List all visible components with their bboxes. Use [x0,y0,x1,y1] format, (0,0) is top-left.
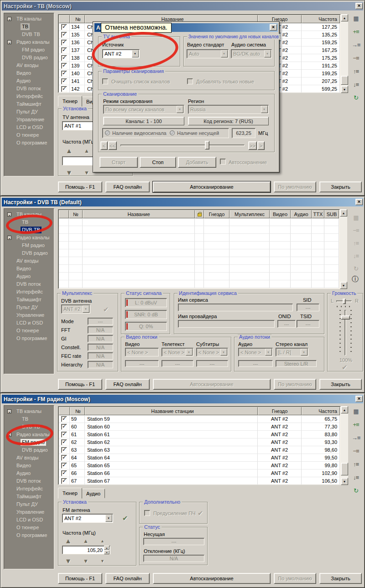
move-down-icon[interactable]: ↓≡ [353,474,359,483]
sidebar-item-audio[interactable]: Аудио [4,273,54,280]
table-row[interactable]: 59Station 59ANT #265,75 [59,415,340,423]
sidebar-item-dvb-stream[interactable]: DVB поток [4,85,54,93]
sidebar-item-timeshift[interactable]: Таймшифт [4,296,54,304]
stop-button[interactable]: Стоп [140,157,176,168]
channel-checkbox[interactable] [61,40,67,46]
sidebar-item-video[interactable]: Видео [4,265,54,273]
channel-checkbox[interactable] [61,55,67,61]
collapse-icon[interactable] [7,409,11,413]
sidebar-item-timeshift[interactable]: Таймшифт [4,493,54,500]
move-down-icon[interactable]: ↓≡ [353,81,359,90]
header-frequency[interactable]: Частота [302,407,340,415]
sidebar-item-dvb-radio[interactable]: DVB радио [4,249,54,257]
header-ttx[interactable]: TTX [312,210,324,218]
header-check[interactable] [59,15,70,23]
table-row[interactable]: 65Station 65ANT #299,80 [59,462,340,469]
sidebar-item-fm-radio[interactable]: FM радио [4,46,54,54]
faq-button[interactable]: FAQ онлайн [105,379,150,390]
freq-step-up-large-icon[interactable] [66,147,73,154]
header-check[interactable] [59,407,70,415]
insert-channel-icon[interactable]: →≡ [352,434,360,443]
sidebar-item-interface[interactable]: Интерфейс [4,288,54,296]
table-row[interactable]: 64Station 64ANT #299,50 [59,454,340,462]
sidebar-item-tv-channels[interactable]: ТВ каналы [4,15,54,23]
freq-step-down-medium-icon[interactable] [84,170,89,175]
sidebar-item-about-program[interactable]: О программе [4,335,54,342]
channel-checkbox[interactable] [61,78,67,84]
sidebar-item-interface[interactable]: Интерфейс [4,485,54,493]
freq-step-up-medium-icon[interactable] [83,538,89,544]
sidebar-item-about-program[interactable]: О программе [4,531,54,539]
table-row[interactable]: 60Station 60ANT #277,30 [59,423,340,431]
scroll-up-icon[interactable] [341,14,348,21]
sidebar-item-remote[interactable]: Пульт ДУ [4,500,54,508]
scroll-up-icon[interactable] [340,209,347,217]
sidebar-item-av-inputs[interactable]: AV входы [4,454,54,462]
sidebar-item-control[interactable]: Управление [4,508,54,516]
scroll-thumb[interactable] [341,463,348,475]
freq-step-down-large-icon[interactable] [65,557,72,564]
sidebar-item-radio-channels[interactable]: Радио каналы [4,234,54,242]
close-icon[interactable] [355,3,363,9]
remove-channel-icon[interactable]: −≡ [353,54,359,63]
add-channel-icon[interactable]: +≡ [353,421,359,430]
table-row[interactable]: 62Station 62ANT #293,30 [59,438,340,446]
sidebar-item-dvb-stream[interactable]: DVB поток [4,280,54,288]
dialog-close-icon[interactable] [270,24,277,31]
refresh-icon[interactable]: ↻ [354,94,358,103]
header-number[interactable]: № [69,210,83,218]
sidebar-item-video[interactable]: Видео [4,69,54,77]
table-row[interactable]: 66Station 66ANT #2102,90 [59,469,340,477]
sidebar-item-tv-channels[interactable]: ТВ каналы [4,407,54,415]
collapse-icon[interactable] [7,236,11,240]
remove-channel-icon[interactable]: −≡ [353,447,359,456]
faq-button[interactable]: FAQ онлайн [105,573,150,584]
sidebar-item-tv[interactable]: ТВ [4,23,54,31]
spin-down-icon[interactable] [104,550,110,554]
help-button[interactable]: Помощь - F1 [58,181,102,192]
close-icon[interactable] [355,199,363,205]
header-socket[interactable]: Гнездо [204,210,229,218]
close-icon[interactable] [355,396,363,402]
sidebar-item-control[interactable]: Управление [4,116,54,124]
channel-grid-icon[interactable]: ▦ [353,407,358,417]
station-checkbox[interactable] [61,447,67,453]
collapse-icon[interactable] [7,212,11,217]
scroll-down-icon[interactable] [340,282,347,289]
move-up-icon[interactable]: ↑≡ [353,460,359,469]
sidebar-item-about-tuner[interactable]: О тюнере [4,327,54,335]
spin-up-icon[interactable] [104,546,110,550]
scroll-thumb[interactable] [341,76,348,85]
sidebar-item-about-tuner[interactable]: О тюнере [4,131,54,139]
tab-audio[interactable]: Аудио [82,489,105,498]
info-icon[interactable]: ⓘ [352,275,359,284]
station-checkbox[interactable] [61,455,67,461]
sidebar-item-control[interactable]: Управление [4,311,54,319]
insert-channel-icon[interactable]: →≡ [352,41,360,50]
station-checkbox[interactable] [61,478,67,484]
help-button[interactable]: Помощь - F1 [58,379,102,390]
channel-checkbox[interactable] [61,63,67,69]
sidebar-item-lcd-osd[interactable]: LCD и OSD [4,319,54,327]
sidebar-item-remote[interactable]: Пульт ДУ [4,304,54,311]
sidebar-item-audio[interactable]: Аудио [4,77,54,85]
station-checkbox[interactable] [61,416,67,422]
volume-thumb[interactable] [341,315,350,320]
header-lock[interactable] [195,210,204,218]
station-checkbox[interactable] [61,439,67,445]
tab-tuner[interactable]: Тюнер [58,96,82,107]
header-name[interactable]: Название станции [85,407,258,415]
station-checkbox[interactable] [61,470,67,476]
table-row[interactable]: 67Station 67ANT #2106,50 [59,477,340,485]
header-name[interactable]: Название [83,210,195,218]
channel-checkbox[interactable] [61,47,67,53]
sidebar-item-lcd-osd[interactable]: LCD и OSD [4,516,54,524]
channel-checkbox[interactable] [61,32,67,38]
frequency-input[interactable]: 105,20 [62,546,110,554]
move-up-icon[interactable]: ↑≡ [353,67,359,77]
scroll-down-icon[interactable] [341,478,348,485]
header-sub[interactable]: SUB [324,210,339,218]
close-button[interactable]: Закрыть [319,181,362,192]
sidebar-item-timeshift[interactable]: Таймшифт [4,100,54,108]
freq-step-down-small-icon[interactable] [100,559,104,563]
